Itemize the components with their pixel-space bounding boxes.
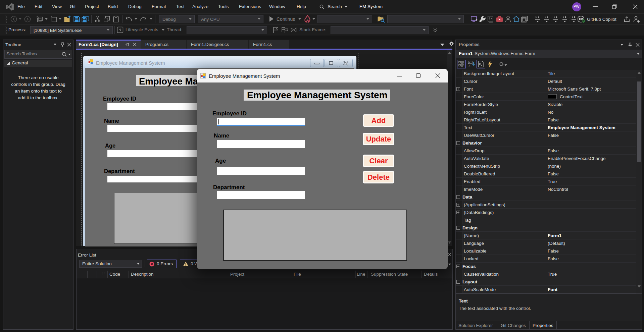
svg-text:Z: Z — [468, 64, 470, 67]
svg-text:A: A — [468, 61, 470, 64]
